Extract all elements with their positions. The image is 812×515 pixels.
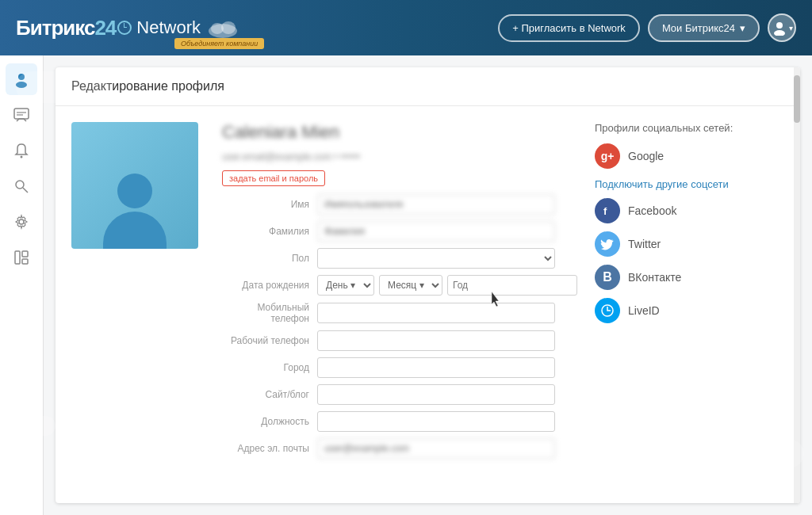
profile-card: Редактирование профиля Сaleniara Mie bbox=[56, 67, 800, 503]
form-row-mobile: Мобильный телефон bbox=[222, 302, 555, 324]
scrollbar[interactable] bbox=[794, 67, 800, 503]
svg-rect-16 bbox=[22, 259, 28, 264]
sidebar-item-messages[interactable] bbox=[6, 99, 37, 131]
svg-rect-7 bbox=[14, 109, 29, 119]
avatar-dropdown-icon: ▾ bbox=[789, 24, 793, 32]
logo-network: Network bbox=[136, 17, 201, 38]
form-row-email: Адрес эл. почты bbox=[222, 438, 555, 459]
input-website[interactable] bbox=[317, 384, 555, 405]
invite-button[interactable]: + Пригласить в Network bbox=[498, 14, 640, 42]
social-item-google[interactable]: g+ Google bbox=[595, 143, 737, 169]
form-row-work-phone: Рабочий телефон bbox=[222, 330, 555, 351]
email-row: user.email@example.com • •••••• bbox=[222, 149, 555, 163]
logo-area: Битрикс24 Network Объединяет компании bbox=[16, 16, 498, 40]
input-firstname[interactable] bbox=[317, 194, 555, 215]
social-item-facebook[interactable]: f Facebook bbox=[595, 198, 737, 223]
form-row-gender: Пол Мужской Женский bbox=[222, 248, 555, 269]
form-row-city: Город bbox=[222, 357, 555, 378]
connect-other-link[interactable]: Подключить другие соцсети bbox=[595, 178, 737, 190]
cursor-icon bbox=[492, 292, 501, 307]
set-password-button[interactable]: задать email и пароль bbox=[222, 170, 325, 186]
avatar-head bbox=[117, 174, 152, 208]
my-b24-button[interactable]: Мои Битрикс24 ▾ bbox=[648, 14, 760, 42]
apps-icon bbox=[13, 249, 30, 266]
liveid-icon bbox=[595, 298, 620, 323]
my-b24-dropdown-icon: ▾ bbox=[740, 22, 745, 34]
twitter-icon bbox=[595, 231, 620, 257]
form-row-birthdate: Дата рождения День ▾ Месяц ▾ bbox=[222, 275, 555, 296]
birthdate-group: День ▾ Месяц ▾ bbox=[317, 275, 577, 296]
cloud-decoration-1 bbox=[16, 71, 111, 103]
profile-content: Сaleniara Mien user.email@example.com • … bbox=[56, 106, 800, 481]
svg-point-3 bbox=[776, 22, 783, 29]
label-city: Город bbox=[222, 362, 309, 373]
logo-bitrix: Битрикс bbox=[16, 16, 94, 40]
svg-point-2 bbox=[221, 21, 236, 34]
vk-icon: B bbox=[595, 265, 620, 290]
form-section: Сaleniara Mien user.email@example.com • … bbox=[222, 122, 555, 465]
logo-text: Битрикс24 bbox=[16, 16, 116, 40]
avatar-image[interactable] bbox=[71, 122, 198, 249]
scrollbar-thumb[interactable] bbox=[794, 75, 800, 123]
social-item-twitter[interactable]: Twitter bbox=[595, 231, 737, 257]
google-icon: g+ bbox=[595, 143, 620, 169]
svg-point-4 bbox=[774, 30, 785, 36]
page-title: Редактирование профиля bbox=[71, 79, 784, 93]
svg-rect-14 bbox=[15, 251, 20, 264]
user-full-name: Сaleniara Mien bbox=[222, 122, 339, 143]
input-city[interactable] bbox=[317, 357, 555, 378]
avatar-section bbox=[71, 122, 198, 465]
form-row-firstname: Имя bbox=[222, 194, 555, 215]
twitter-label: Twitter bbox=[628, 238, 661, 250]
content-area: Редактирование профиля Сaleniara Mie bbox=[44, 55, 812, 515]
user-avatar-icon bbox=[772, 20, 787, 36]
user-avatar-button[interactable]: ▾ bbox=[768, 13, 796, 42]
select-gender[interactable]: Мужской Женский bbox=[317, 248, 555, 269]
svg-point-11 bbox=[16, 181, 24, 189]
sidebar-item-apps[interactable] bbox=[6, 242, 37, 273]
input-mobile[interactable] bbox=[317, 303, 555, 323]
main-layout: Редактирование профиля Сaleniara Mie bbox=[0, 55, 812, 515]
input-position[interactable] bbox=[317, 411, 555, 432]
select-birthdate-month[interactable]: Месяц ▾ bbox=[379, 275, 442, 296]
gear-icon bbox=[13, 213, 30, 231]
form-row-website: Сайт/блог bbox=[222, 384, 555, 405]
logo-24: 24 bbox=[94, 16, 116, 40]
sidebar-item-search[interactable] bbox=[6, 170, 37, 202]
sidebar-item-notifications[interactable] bbox=[6, 135, 37, 166]
liveid-label: LiveID bbox=[628, 304, 660, 317]
cloud-logo-icon bbox=[207, 17, 239, 39]
google-label: Google bbox=[628, 150, 664, 162]
svg-point-13 bbox=[19, 219, 24, 224]
form-row-position: Должность bbox=[222, 411, 555, 432]
cloud-decoration-4 bbox=[8, 416, 56, 436]
facebook-label: Facebook bbox=[628, 204, 676, 217]
social-item-liveid[interactable]: LiveID bbox=[595, 298, 737, 323]
label-birthdate: Дата рождения bbox=[222, 280, 309, 291]
cloud-decoration-2 bbox=[725, 75, 788, 99]
form-row-lastname: Фамилия bbox=[222, 221, 555, 242]
sidebar-item-settings[interactable] bbox=[6, 206, 37, 238]
label-email: Адрес эл. почты bbox=[222, 443, 309, 454]
logo-subtitle: Объединяет компании bbox=[174, 38, 264, 49]
sidebar bbox=[0, 55, 44, 515]
social-section: Профили социальных сетей: g+ Google Подк… bbox=[579, 122, 737, 465]
input-lastname[interactable] bbox=[317, 221, 555, 242]
user-name-row: Сaleniara Mien bbox=[222, 122, 555, 143]
social-item-vk[interactable]: B ВКонтакте bbox=[595, 265, 737, 290]
vk-label: ВКонтакте bbox=[628, 271, 681, 284]
clock-icon bbox=[117, 21, 132, 35]
label-website: Сайт/блог bbox=[222, 389, 309, 400]
profile-header: Редактирование профиля bbox=[56, 67, 800, 106]
facebook-icon: f bbox=[595, 198, 620, 223]
select-birthdate-day[interactable]: День ▾ bbox=[317, 275, 374, 296]
messages-icon bbox=[13, 106, 30, 124]
label-work-phone: Рабочий телефон bbox=[222, 335, 309, 346]
label-gender: Пол bbox=[222, 253, 309, 264]
input-email[interactable] bbox=[317, 438, 555, 459]
header-actions: + Пригласить в Network Мои Битрикс24 ▾ ▾ bbox=[498, 13, 796, 42]
cloud-decoration-3 bbox=[725, 440, 804, 467]
svg-rect-15 bbox=[22, 251, 28, 257]
input-work-phone[interactable] bbox=[317, 330, 555, 351]
input-birthdate-year[interactable] bbox=[447, 275, 577, 296]
